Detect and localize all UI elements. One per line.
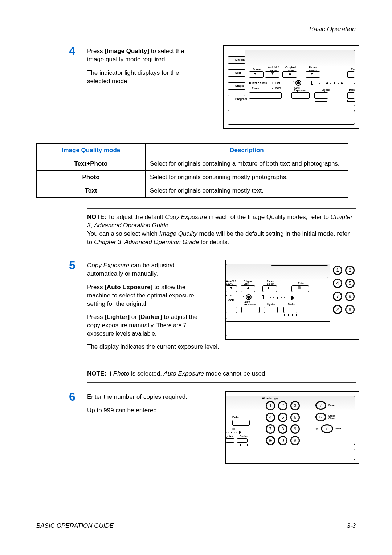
table-header: Image Quality mode Description [37,144,348,157]
d4-text-lbl: Text [275,81,280,84]
key-1: 1 [333,266,342,275]
th-mode: Image Quality mode [37,144,146,157]
enter-area: Enter ⊞ [232,416,250,431]
exp-dot-filled [341,82,343,84]
step-5: 5 Copy Exposure can be adjusted automati… [87,262,356,356]
step-5-text: Copy Exposure can be adjusted automatica… [87,262,200,339]
n2l: NOTE: [87,370,106,377]
s5p3b: [Lighter] [105,313,130,320]
d4-darker-lbl: Dark [349,89,355,91]
e [288,297,289,298]
content: 4 Press [Image Quality] to select the im… [36,36,356,469]
n2t2: Photo [113,370,129,377]
diagram-image-quality-panel: Margin Sort Staple Program Zoom Auto% / … [223,45,359,129]
key-2: 2 [345,266,355,275]
key-8: 8 [345,292,355,301]
s5p2b: [Auto Exposure] [105,284,152,291]
key-5: 5 [278,413,287,422]
step-4-number: 4 [69,44,75,58]
edf [231,432,232,433]
footer-left: BASIC OPERATION GUIDE [36,522,114,530]
key-2: 2 [278,401,287,410]
step-5-number: 5 [69,259,75,272]
attention-label: Attention ⚠◂ [262,397,278,400]
key-hash: # [290,436,300,445]
d5-b4: ⊞ [291,285,309,292]
n2t4: Auto Exposure [164,370,204,377]
d4-program-lbl: Program [235,97,247,101]
keypad: 1 2 3 4 5 6 7 8 9 [266,401,300,447]
step-6-number: 6 [69,390,75,404]
ae-indicator-icon [293,81,294,82]
d4-ocr-lbl: OCR [275,87,281,89]
d4-paper-btn: ▸ [306,71,320,78]
s4-p1b: [Image Quality] [105,48,151,54]
key-3: 3 [290,401,300,410]
s4-p1a: Press [87,48,105,54]
d4-enter-lbl: En [351,68,355,71]
key-7: 7 [333,292,342,301]
dker: Darker [240,434,249,438]
ef [277,297,278,299]
d5-lighter: Lighter [267,303,275,305]
th-desc: Description [146,144,348,157]
s5p1a: Copy Exposure [87,262,129,269]
n1t8: You can also select which [87,230,159,237]
d4-margin-btn [228,50,245,57]
td-desc: Select for originals containing mostly t… [146,184,348,198]
d5-bt2 [241,307,260,313]
ed [236,432,237,433]
d5-origsize: Original Size [244,280,253,285]
d4-ae-lbl: Auto Exposure [294,86,306,92]
d4-ae-btn [291,92,310,99]
ed [228,432,229,433]
d4-zoom-btn: ◂ [249,71,264,78]
exp-dot [338,83,339,84]
d4-zoom-lbl: Zoom [253,68,261,71]
start-button: ◇ [321,424,333,433]
e [281,297,282,298]
enter-btn [232,420,250,426]
d5-ae-lbl: Auto Exposure [244,301,256,306]
d4-sort-lbl: Sort [235,71,241,74]
n1t5: , [90,222,94,229]
key-4: 4 [333,279,342,288]
header-title: Basic Operation [36,25,356,33]
d5-b3: ▸ [262,285,277,292]
exposure-min-icon [311,81,313,85]
footer: BASIC OPERATION GUIDE 3-3 [36,519,356,530]
d4-iq-btn [249,92,282,99]
exp-dot [323,83,324,84]
lghter: ghter [226,434,233,438]
key-star: ✳ [333,305,342,314]
d5-auto100: Auto% / 100% [226,280,236,285]
step-4-text: Press [Image Quality] to select the imag… [87,47,200,86]
exp-scale-r [347,100,355,102]
key-6: 6 [290,413,300,422]
d4-margin-lbl: Margin [235,58,245,61]
d4-staple-btn [228,76,245,83]
note-photo-auto-exposure: NOTE: If Photo is selected, Auto Exposur… [87,365,356,383]
n1t9: Image Quality [159,230,197,237]
d4-enter-btn [347,71,355,78]
n1t2: Copy Exposure [165,214,207,220]
key-5: 5 [345,279,355,288]
s6p2: Up to 999 can be entered. [87,406,200,415]
attention-text: Attention [262,397,273,400]
footer-rule [36,519,356,519]
empty-indicator-icon-3 [272,88,273,89]
d4-program-btn [228,89,245,96]
image-quality-table: Image Quality mode Description Text+Phot… [36,143,348,198]
key-0: 0 [345,305,355,314]
s5p3c: or [130,313,139,320]
d4-textphoto-lbl: Text + Photo [252,81,267,84]
stop-clear-button: ⦰ [315,413,326,421]
key-7: 7 [266,424,275,434]
d5-keypad-partial: 12 45 78 ✳0 [331,266,356,318]
exp-dot-filled [326,82,328,84]
td-desc: Select for originals containing a mixtur… [146,157,348,171]
d5-dot1 [226,295,227,296]
d5-bottom [226,321,330,336]
n1t11: Chapter 3 [94,239,121,246]
d5-bt1 [226,307,237,313]
